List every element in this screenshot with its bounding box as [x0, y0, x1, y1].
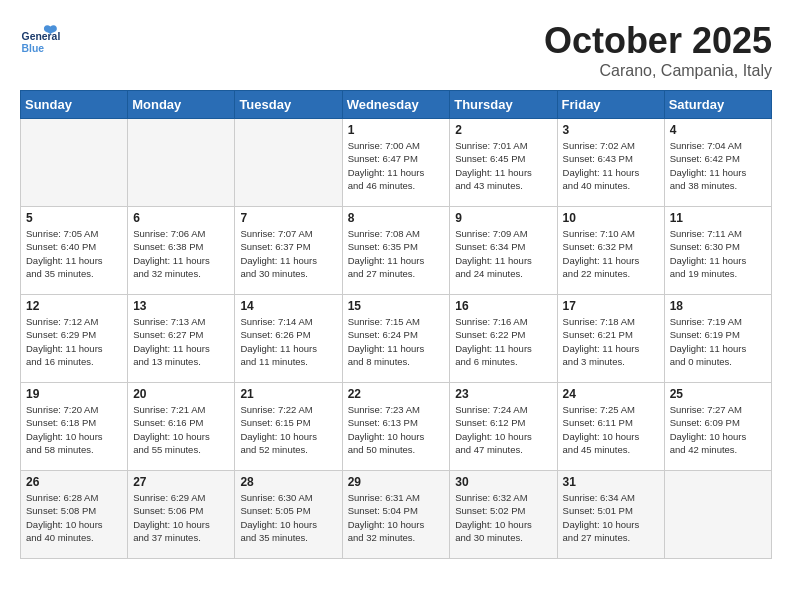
day-info: Sunrise: 7:25 AM Sunset: 6:11 PM Dayligh…: [563, 403, 659, 456]
day-number: 3: [563, 123, 659, 137]
page-header: General Blue October 2025 Carano, Campan…: [20, 20, 772, 80]
day-info: Sunrise: 7:15 AM Sunset: 6:24 PM Dayligh…: [348, 315, 445, 368]
calendar-cell: 2Sunrise: 7:01 AM Sunset: 6:45 PM Daylig…: [450, 119, 557, 207]
day-info: Sunrise: 7:00 AM Sunset: 6:47 PM Dayligh…: [348, 139, 445, 192]
weekday-header-monday: Monday: [128, 91, 235, 119]
calendar-week-5: 26Sunrise: 6:28 AM Sunset: 5:08 PM Dayli…: [21, 471, 772, 559]
day-number: 25: [670, 387, 766, 401]
logo: General Blue: [20, 20, 60, 60]
day-info: Sunrise: 6:32 AM Sunset: 5:02 PM Dayligh…: [455, 491, 551, 544]
calendar-cell: [664, 471, 771, 559]
calendar-cell: 23Sunrise: 7:24 AM Sunset: 6:12 PM Dayli…: [450, 383, 557, 471]
calendar-cell: 19Sunrise: 7:20 AM Sunset: 6:18 PM Dayli…: [21, 383, 128, 471]
weekday-header-wednesday: Wednesday: [342, 91, 450, 119]
title-section: October 2025 Carano, Campania, Italy: [544, 20, 772, 80]
calendar-cell: 18Sunrise: 7:19 AM Sunset: 6:19 PM Dayli…: [664, 295, 771, 383]
calendar-table: SundayMondayTuesdayWednesdayThursdayFrid…: [20, 90, 772, 559]
calendar-cell: 4Sunrise: 7:04 AM Sunset: 6:42 PM Daylig…: [664, 119, 771, 207]
calendar-cell: 6Sunrise: 7:06 AM Sunset: 6:38 PM Daylig…: [128, 207, 235, 295]
day-number: 9: [455, 211, 551, 225]
day-number: 7: [240, 211, 336, 225]
day-number: 1: [348, 123, 445, 137]
day-number: 23: [455, 387, 551, 401]
day-number: 30: [455, 475, 551, 489]
day-info: Sunrise: 7:01 AM Sunset: 6:45 PM Dayligh…: [455, 139, 551, 192]
calendar-cell: 27Sunrise: 6:29 AM Sunset: 5:06 PM Dayli…: [128, 471, 235, 559]
day-number: 21: [240, 387, 336, 401]
day-number: 13: [133, 299, 229, 313]
day-number: 18: [670, 299, 766, 313]
svg-text:Blue: Blue: [22, 43, 45, 54]
day-info: Sunrise: 6:30 AM Sunset: 5:05 PM Dayligh…: [240, 491, 336, 544]
day-info: Sunrise: 7:27 AM Sunset: 6:09 PM Dayligh…: [670, 403, 766, 456]
calendar-week-1: 1Sunrise: 7:00 AM Sunset: 6:47 PM Daylig…: [21, 119, 772, 207]
day-info: Sunrise: 7:14 AM Sunset: 6:26 PM Dayligh…: [240, 315, 336, 368]
calendar-week-2: 5Sunrise: 7:05 AM Sunset: 6:40 PM Daylig…: [21, 207, 772, 295]
calendar-cell: 25Sunrise: 7:27 AM Sunset: 6:09 PM Dayli…: [664, 383, 771, 471]
day-info: Sunrise: 7:21 AM Sunset: 6:16 PM Dayligh…: [133, 403, 229, 456]
day-number: 10: [563, 211, 659, 225]
day-info: Sunrise: 6:28 AM Sunset: 5:08 PM Dayligh…: [26, 491, 122, 544]
weekday-header-sunday: Sunday: [21, 91, 128, 119]
day-number: 14: [240, 299, 336, 313]
day-info: Sunrise: 7:09 AM Sunset: 6:34 PM Dayligh…: [455, 227, 551, 280]
day-info: Sunrise: 6:34 AM Sunset: 5:01 PM Dayligh…: [563, 491, 659, 544]
day-number: 29: [348, 475, 445, 489]
day-info: Sunrise: 7:22 AM Sunset: 6:15 PM Dayligh…: [240, 403, 336, 456]
day-number: 19: [26, 387, 122, 401]
calendar-cell: 29Sunrise: 6:31 AM Sunset: 5:04 PM Dayli…: [342, 471, 450, 559]
calendar-cell: 13Sunrise: 7:13 AM Sunset: 6:27 PM Dayli…: [128, 295, 235, 383]
calendar-cell: 28Sunrise: 6:30 AM Sunset: 5:05 PM Dayli…: [235, 471, 342, 559]
day-number: 15: [348, 299, 445, 313]
calendar-cell: 24Sunrise: 7:25 AM Sunset: 6:11 PM Dayli…: [557, 383, 664, 471]
day-number: 8: [348, 211, 445, 225]
calendar-cell: 17Sunrise: 7:18 AM Sunset: 6:21 PM Dayli…: [557, 295, 664, 383]
day-info: Sunrise: 7:05 AM Sunset: 6:40 PM Dayligh…: [26, 227, 122, 280]
logo-icon: General Blue: [20, 20, 60, 60]
weekday-header-friday: Friday: [557, 91, 664, 119]
calendar-cell: 14Sunrise: 7:14 AM Sunset: 6:26 PM Dayli…: [235, 295, 342, 383]
calendar-cell: 16Sunrise: 7:16 AM Sunset: 6:22 PM Dayli…: [450, 295, 557, 383]
calendar-week-3: 12Sunrise: 7:12 AM Sunset: 6:29 PM Dayli…: [21, 295, 772, 383]
day-info: Sunrise: 7:07 AM Sunset: 6:37 PM Dayligh…: [240, 227, 336, 280]
day-number: 27: [133, 475, 229, 489]
calendar-cell: 7Sunrise: 7:07 AM Sunset: 6:37 PM Daylig…: [235, 207, 342, 295]
day-info: Sunrise: 7:11 AM Sunset: 6:30 PM Dayligh…: [670, 227, 766, 280]
day-info: Sunrise: 7:04 AM Sunset: 6:42 PM Dayligh…: [670, 139, 766, 192]
day-info: Sunrise: 7:02 AM Sunset: 6:43 PM Dayligh…: [563, 139, 659, 192]
day-number: 11: [670, 211, 766, 225]
day-number: 26: [26, 475, 122, 489]
day-number: 12: [26, 299, 122, 313]
calendar-cell: 11Sunrise: 7:11 AM Sunset: 6:30 PM Dayli…: [664, 207, 771, 295]
day-number: 28: [240, 475, 336, 489]
day-info: Sunrise: 7:13 AM Sunset: 6:27 PM Dayligh…: [133, 315, 229, 368]
weekday-header-thursday: Thursday: [450, 91, 557, 119]
calendar-cell: 5Sunrise: 7:05 AM Sunset: 6:40 PM Daylig…: [21, 207, 128, 295]
day-number: 2: [455, 123, 551, 137]
day-info: Sunrise: 7:24 AM Sunset: 6:12 PM Dayligh…: [455, 403, 551, 456]
calendar-cell: 8Sunrise: 7:08 AM Sunset: 6:35 PM Daylig…: [342, 207, 450, 295]
calendar-cell: 1Sunrise: 7:00 AM Sunset: 6:47 PM Daylig…: [342, 119, 450, 207]
day-number: 31: [563, 475, 659, 489]
calendar-cell: 12Sunrise: 7:12 AM Sunset: 6:29 PM Dayli…: [21, 295, 128, 383]
day-number: 16: [455, 299, 551, 313]
calendar-cell: 22Sunrise: 7:23 AM Sunset: 6:13 PM Dayli…: [342, 383, 450, 471]
day-info: Sunrise: 6:31 AM Sunset: 5:04 PM Dayligh…: [348, 491, 445, 544]
calendar-cell: 10Sunrise: 7:10 AM Sunset: 6:32 PM Dayli…: [557, 207, 664, 295]
calendar-cell: 26Sunrise: 6:28 AM Sunset: 5:08 PM Dayli…: [21, 471, 128, 559]
month-title: October 2025: [544, 20, 772, 62]
day-info: Sunrise: 7:19 AM Sunset: 6:19 PM Dayligh…: [670, 315, 766, 368]
location-title: Carano, Campania, Italy: [544, 62, 772, 80]
calendar-cell: 31Sunrise: 6:34 AM Sunset: 5:01 PM Dayli…: [557, 471, 664, 559]
svg-text:General: General: [22, 31, 60, 42]
day-number: 20: [133, 387, 229, 401]
weekday-header-saturday: Saturday: [664, 91, 771, 119]
day-info: Sunrise: 6:29 AM Sunset: 5:06 PM Dayligh…: [133, 491, 229, 544]
day-info: Sunrise: 7:20 AM Sunset: 6:18 PM Dayligh…: [26, 403, 122, 456]
calendar-week-4: 19Sunrise: 7:20 AM Sunset: 6:18 PM Dayli…: [21, 383, 772, 471]
calendar-cell: 9Sunrise: 7:09 AM Sunset: 6:34 PM Daylig…: [450, 207, 557, 295]
day-number: 24: [563, 387, 659, 401]
day-info: Sunrise: 7:12 AM Sunset: 6:29 PM Dayligh…: [26, 315, 122, 368]
day-number: 17: [563, 299, 659, 313]
day-info: Sunrise: 7:18 AM Sunset: 6:21 PM Dayligh…: [563, 315, 659, 368]
